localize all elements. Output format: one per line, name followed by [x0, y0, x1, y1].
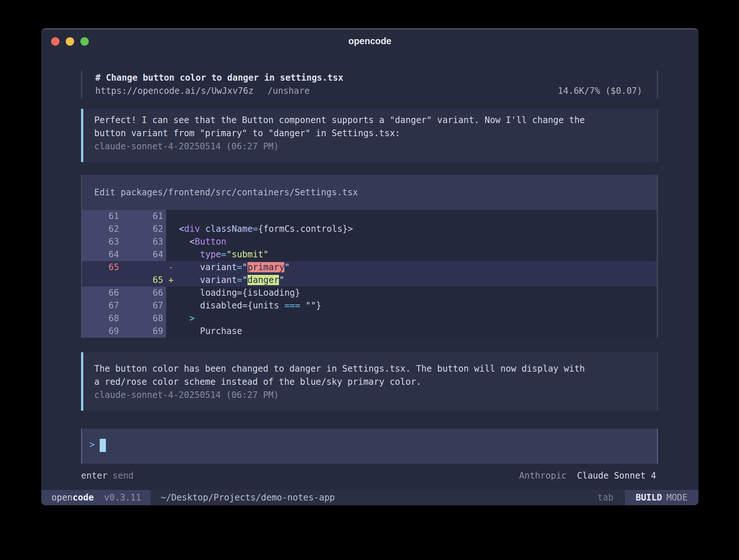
- diff-row: 6666 loading={isLoading}: [82, 287, 657, 299]
- desktop-background: opencode # Change button color to danger…: [0, 0, 739, 560]
- app-version-chip: opencode v0.3.11: [41, 490, 150, 505]
- old-line-number: 65: [82, 261, 119, 274]
- code-line: <Button: [166, 235, 226, 248]
- message-line: button variant from "primary" to "danger…: [94, 127, 657, 140]
- enter-key-hint: enter: [81, 469, 107, 482]
- window-title: opencode: [41, 36, 698, 46]
- new-line-number: 61: [119, 210, 163, 223]
- diff-row: 6161: [82, 210, 657, 223]
- new-line-number: 65: [119, 274, 163, 287]
- prompt-chevron-icon: >: [89, 440, 95, 450]
- diff-marker: -: [168, 261, 173, 274]
- status-bar: opencode v0.3.11 ~/Desktop/Projects/demo…: [41, 490, 698, 505]
- diff-row: 65- variant="primary": [82, 261, 657, 274]
- new-line-number: 66: [119, 287, 163, 299]
- code-line: loading={isLoading}: [166, 287, 300, 299]
- code-line: Purchase: [166, 325, 242, 338]
- model-timestamp: claude-sonnet-4-20250514 (06:27 PM): [94, 388, 657, 402]
- message-line: Perfect! I can see that the Button compo…: [94, 114, 657, 127]
- diff-row: 6969 Purchase: [82, 325, 657, 338]
- code-line: type="submit": [166, 248, 269, 261]
- old-line-number: 64: [82, 248, 119, 261]
- message-text: The button color has been changed to dan…: [94, 362, 657, 388]
- new-line-number: [119, 261, 163, 274]
- new-line-number: 64: [119, 248, 163, 261]
- diff-row: 65+ variant="danger": [82, 274, 657, 287]
- diff-view: 61616262 <div className={formCs.controls…: [82, 210, 657, 338]
- app-version: v0.3.11: [104, 492, 141, 503]
- new-line-number: 63: [119, 235, 163, 248]
- message-line: The button color has been changed to dan…: [94, 362, 657, 375]
- new-line-number: 67: [119, 299, 163, 312]
- code-line: variant="danger": [166, 274, 284, 287]
- diff-row: 6262 <div className={formCs.controls}>: [82, 223, 657, 235]
- title-bar: opencode: [41, 29, 698, 53]
- session-title: # Change button color to danger in setti…: [95, 71, 657, 84]
- model-label: Claude Sonnet 4: [577, 471, 656, 481]
- tab-key-hint: tab: [587, 490, 624, 505]
- old-line-number: 62: [82, 223, 119, 235]
- code-line: <div className={formCs.controls}>: [166, 223, 353, 235]
- hint-row: enter send Anthropic Claude Sonnet 4: [81, 469, 658, 482]
- code-line: variant="primary": [166, 261, 290, 274]
- mode-chip[interactable]: BUILDMODE: [624, 490, 698, 505]
- old-line-number: 63: [82, 235, 119, 248]
- old-line-number: 61: [82, 210, 119, 223]
- provider-label: Anthropic: [519, 471, 567, 481]
- old-line-number: 67: [82, 299, 119, 312]
- assistant-message: Perfect! I can see that the Button compo…: [81, 109, 658, 162]
- unshare-command: /unshare: [267, 84, 310, 97]
- new-line-number: 62: [119, 223, 163, 235]
- token-cost-stats: 14.6K/7% ($0.07): [558, 84, 657, 97]
- opencode-window: opencode # Change button color to danger…: [41, 28, 698, 505]
- new-line-number: 69: [119, 325, 163, 338]
- old-line-number: 69: [82, 325, 119, 338]
- old-line-number: 68: [82, 312, 119, 325]
- edit-file-path: Edit packages/frontend/src/containers/Se…: [82, 175, 657, 210]
- old-line-number: 66: [82, 287, 119, 299]
- diff-row: 6767 disabled={units === ""}: [82, 299, 657, 312]
- diff-marker: +: [168, 274, 173, 287]
- message-line: a red/rose color scheme instead of the b…: [94, 375, 657, 388]
- app-name: open: [51, 492, 73, 503]
- session-header: # Change button color to danger in setti…: [81, 70, 658, 98]
- edit-tool-block: Edit packages/frontend/src/containers/Se…: [81, 175, 658, 338]
- code-line: disabled={units === ""}: [166, 299, 321, 312]
- share-url[interactable]: https://opencode.ai/s/UwJxv76z: [95, 84, 253, 97]
- send-hint: send: [112, 469, 134, 482]
- assistant-message: The button color has been changed to dan…: [81, 352, 658, 411]
- prompt-input[interactable]: >: [81, 429, 658, 464]
- code-line: [166, 210, 168, 223]
- diff-row: 6464 type="submit": [82, 248, 657, 261]
- old-line-number: [82, 274, 119, 287]
- diff-row: 6868 >: [82, 312, 657, 325]
- new-line-number: 68: [119, 312, 163, 325]
- model-timestamp: claude-sonnet-4-20250514 (06:27 PM): [94, 140, 657, 153]
- message-text: Perfect! I can see that the Button compo…: [94, 114, 657, 140]
- working-directory: ~/Desktop/Projects/demo-notes-app: [161, 490, 335, 505]
- diff-row: 6363 <Button: [82, 235, 657, 248]
- text-cursor: [100, 439, 106, 452]
- code-line: >: [166, 312, 195, 325]
